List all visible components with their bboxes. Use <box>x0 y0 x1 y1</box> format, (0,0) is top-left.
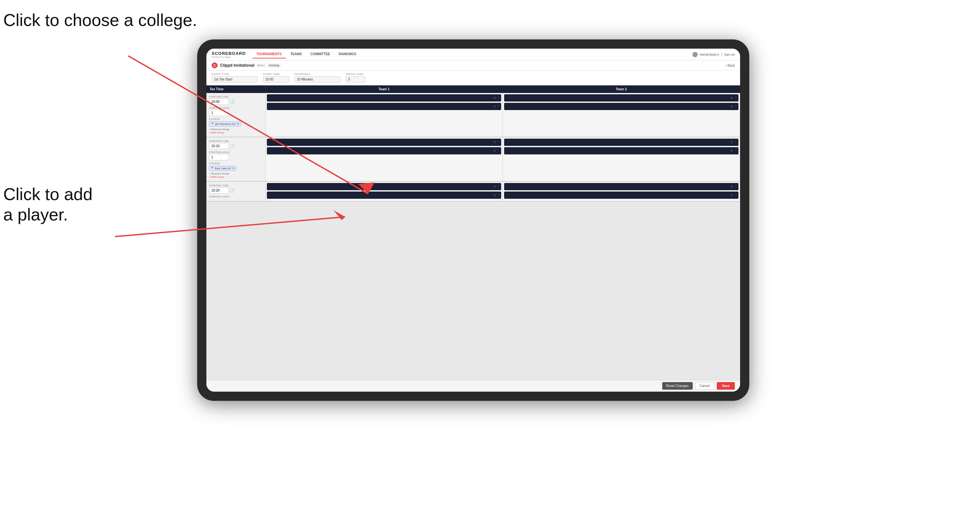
hosting-badge: Hosting <box>267 63 281 67</box>
team2-col-2: ✕ ⌃ ✕ ⌃ <box>503 137 740 181</box>
slot-x-icon[interactable]: ✕ <box>730 149 733 152</box>
config-start-time: Start Time <box>263 73 289 83</box>
course-label-1: COURSE: <box>209 118 262 120</box>
slot-x-icon[interactable]: ✕ <box>730 96 733 100</box>
team1-col-3: ✕ ⌃ ✕ ⌃ <box>266 182 503 201</box>
nav-link-rankings[interactable]: RANKINGS <box>335 50 360 59</box>
course-name-2: East Lake GC <box>215 167 231 170</box>
player-slot-4-1[interactable]: ✕ ⌃ <box>504 139 738 146</box>
clock-icon-1: 🕐 <box>230 100 235 104</box>
save-button[interactable]: Save <box>717 382 735 390</box>
slot-arrow-icon[interactable]: ⌃ <box>735 149 737 152</box>
slot-x-icon[interactable]: ✕ <box>730 141 733 144</box>
course-remove-x-2[interactable]: ✕ <box>232 167 235 170</box>
group-size-select[interactable]: 3 <box>346 76 366 83</box>
time-input-2[interactable] <box>209 143 229 149</box>
course-tag-1[interactable]: 📍 (A) Peachtree GC ✕ <box>209 122 241 127</box>
course-tag-2[interactable]: 📍 East Lake GC ✕ <box>209 166 236 171</box>
player-slot-4-2[interactable]: ✕ ⌃ <box>504 147 738 154</box>
starting-time-label-3: STARTING TIME: <box>209 184 262 187</box>
slot-arrow-icon[interactable]: ⌃ <box>735 96 737 100</box>
config-group-size: Group Size 3 <box>346 73 366 83</box>
tablet-bezel: SCOREBOARD Powered by clippd TOURNAMENTS… <box>197 40 749 401</box>
nav-link-committee[interactable]: COMMITTEE <box>307 50 334 59</box>
th-team1: Team 1 <box>266 86 503 93</box>
group-size-label: Group Size <box>346 73 366 76</box>
player-slot-6-1[interactable]: ✕ ⌃ <box>504 183 738 190</box>
cancel-button[interactable]: Cancel <box>695 382 714 390</box>
slot-arrow-icon[interactable]: ⌃ <box>735 194 737 197</box>
course-area-2: 📍 East Lake GC ✕ <box>209 166 262 171</box>
slot-x-icon[interactable]: ✕ <box>730 194 733 197</box>
time-input-row-1: 🕐 <box>209 98 262 105</box>
clock-icon-3: 🕐 <box>230 188 235 192</box>
hole-row-1: 1 <box>209 110 262 116</box>
team2-col-1: ✕ ⌃ ✕ ⌃ <box>503 93 740 137</box>
time-input-3[interactable] <box>209 187 229 194</box>
add-group-2[interactable]: + Add Group <box>209 175 262 178</box>
time-input-row-2: 🕐 <box>209 143 262 149</box>
slot-arrow-icon[interactable]: ⌃ <box>497 105 500 108</box>
tee-time-panel-2: STARTING TIME: 🕐 STARTING HOLE: 1 <box>206 137 266 181</box>
table-header: Tee Time Team 1 Team 2 <box>206 86 740 93</box>
slot-x-icon[interactable]: ✕ <box>730 105 733 108</box>
reset-button[interactable]: Reset Changes <box>662 382 693 390</box>
remove-group-1[interactable]: ○ Remove Group <box>209 128 262 131</box>
brand-sub: Powered by clippd <box>212 56 246 58</box>
slot-x-icon[interactable]: ✕ <box>493 141 496 144</box>
player-slot-3-1[interactable]: ✕ ⌃ <box>267 139 501 146</box>
slot-arrow-icon[interactable]: ⌃ <box>497 194 500 197</box>
course-remove-x-1[interactable]: ✕ <box>237 122 239 125</box>
remove-add-1: ○ Remove Group + Add Group <box>209 128 262 134</box>
slot-x-icon[interactable]: ✕ <box>730 185 733 188</box>
sign-out-link[interactable]: Sign out <box>724 53 735 56</box>
schedule-table: Tee Time Team 1 Team 2 STARTING TIME: 🕐 <box>206 86 740 202</box>
breadcrumb-bar: C Clippd Invitational (Men) Hosting ‹ Ba… <box>206 60 740 71</box>
brand: SCOREBOARD Powered by clippd <box>212 51 246 58</box>
start-time-input[interactable] <box>263 76 289 83</box>
back-button[interactable]: ‹ Back <box>725 64 735 67</box>
player-slot-1-2[interactable]: ✕ ⌃ <box>267 103 501 110</box>
slot-arrow-icon[interactable]: ⌃ <box>497 141 500 144</box>
add-group-1[interactable]: + Add Group <box>209 131 262 134</box>
player-slot-2-1[interactable]: ✕ ⌃ <box>504 94 738 102</box>
starting-time-label-1: STARTING TIME: <box>209 95 262 98</box>
intervals-select[interactable]: 10 Minutes <box>294 76 340 83</box>
remove-group-2[interactable]: ○ Remove Group <box>209 172 262 175</box>
slot-arrow-icon[interactable]: ⌃ <box>735 185 737 188</box>
group-block-2: STARTING TIME: 🕐 STARTING HOLE: 1 <box>206 137 740 182</box>
slot-x-icon[interactable]: ✕ <box>493 185 496 188</box>
hole-select-2[interactable]: 1 <box>209 154 229 160</box>
app-container: SCOREBOARD Powered by clippd TOURNAMENTS… <box>206 49 740 392</box>
app-footer: Reset Changes Cancel Save <box>206 380 740 392</box>
slot-arrow-icon[interactable]: ⌃ <box>497 149 500 152</box>
slot-x-icon[interactable]: ✕ <box>493 96 496 100</box>
slot-x-icon[interactable]: ✕ <box>493 149 496 152</box>
pipe-separator: | <box>721 53 722 56</box>
time-input-row-3: 🕐 <box>209 187 262 194</box>
slot-arrow-icon[interactable]: ⌃ <box>497 185 500 188</box>
event-logo: C <box>212 62 218 68</box>
hole-select-1[interactable]: 1 <box>209 110 229 116</box>
player-slot-2-2[interactable]: ✕ ⌃ <box>504 103 738 110</box>
team2-col-3: ✕ ⌃ ✕ ⌃ <box>503 182 740 201</box>
player-slot-5-1[interactable]: ✕ ⌃ <box>267 183 501 190</box>
starting-time-label-2: STARTING TIME: <box>209 140 262 142</box>
th-tee-time: Tee Time <box>206 86 266 93</box>
slot-arrow-icon[interactable]: ⌃ <box>735 141 737 144</box>
slot-arrow-icon[interactable]: ⌃ <box>735 105 737 108</box>
slot-x-icon[interactable]: ✕ <box>493 194 496 197</box>
time-input-1[interactable] <box>209 98 229 105</box>
slot-arrow-icon[interactable]: ⌃ <box>497 96 500 100</box>
nav-link-teams[interactable]: TEAMS <box>286 50 306 59</box>
main-content: Tee Time Team 1 Team 2 STARTING TIME: 🕐 <box>206 86 740 380</box>
slot-x-icon[interactable]: ✕ <box>493 105 496 108</box>
start-type-select[interactable]: 1st Tee Start <box>212 76 258 83</box>
player-slot-6-2[interactable]: ✕ ⌃ <box>504 192 738 199</box>
player-slot-5-2[interactable]: ✕ ⌃ <box>267 192 501 199</box>
nav-link-tournaments[interactable]: TOURNAMENTS <box>252 50 286 59</box>
config-start-type: Start Type 1st Tee Start <box>212 73 258 83</box>
player-slot-3-2[interactable]: ✕ ⌃ <box>267 147 501 154</box>
player-slot-1-1[interactable]: ✕ ⌃ <box>267 94 501 102</box>
tee-time-panel-1: STARTING TIME: 🕐 STARTING HOLE: 1 <box>206 93 266 137</box>
